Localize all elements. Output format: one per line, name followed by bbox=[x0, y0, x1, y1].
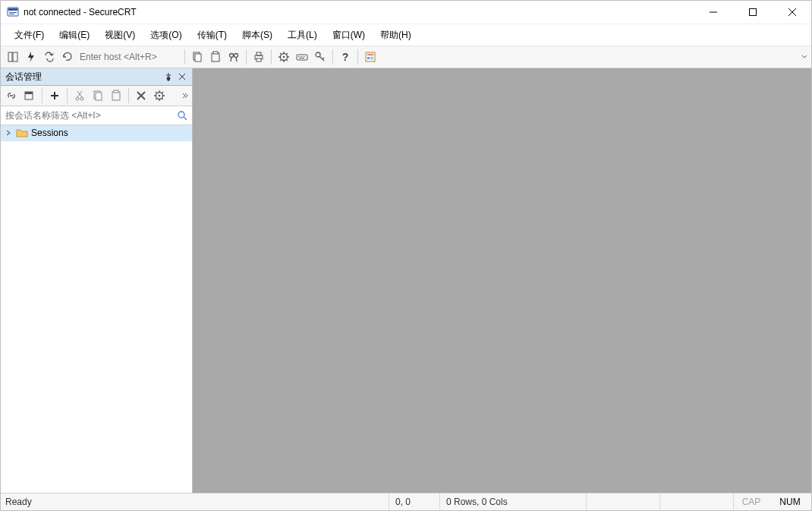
svg-rect-60 bbox=[114, 90, 118, 93]
svg-rect-36 bbox=[304, 56, 305, 57]
svg-line-29 bbox=[287, 53, 288, 55]
keyboard-icon[interactable] bbox=[293, 48, 311, 66]
chevron-right-icon[interactable] bbox=[5, 130, 13, 136]
svg-rect-35 bbox=[303, 56, 304, 57]
status-empty bbox=[660, 494, 734, 510]
status-cap-indicator: CAP bbox=[734, 494, 769, 510]
gear-icon[interactable] bbox=[275, 48, 293, 66]
menu-file[interactable]: 文件(F) bbox=[7, 27, 52, 44]
reconnect-icon[interactable] bbox=[58, 48, 77, 66]
session-toolbar bbox=[1, 86, 192, 106]
session-panel-title: 会话管理 bbox=[5, 71, 162, 84]
folder-icon bbox=[16, 127, 28, 139]
separator bbox=[42, 88, 42, 103]
terminal-area[interactable] bbox=[193, 68, 811, 493]
svg-line-72 bbox=[156, 99, 157, 100]
status-cursor-pos: 0, 0 bbox=[389, 494, 440, 510]
close-button[interactable] bbox=[775, 1, 810, 24]
menubar: 文件(F) 编辑(E) 视图(V) 选项(O) 传输(T) 脚本(S) 工具(L… bbox=[1, 24, 811, 46]
menu-view[interactable]: 视图(V) bbox=[97, 27, 143, 44]
app-window: not connected - SecureCRT 文件(F) 编辑(E) 视图… bbox=[0, 0, 812, 511]
app-launch-icon[interactable] bbox=[361, 48, 379, 66]
svg-rect-37 bbox=[299, 58, 304, 58]
cut-icon[interactable] bbox=[71, 87, 89, 105]
svg-text:?: ? bbox=[342, 51, 349, 63]
print-icon[interactable] bbox=[250, 48, 268, 66]
svg-point-73 bbox=[178, 112, 184, 118]
svg-rect-58 bbox=[96, 93, 102, 100]
quick-connect-icon[interactable] bbox=[22, 48, 40, 66]
panel-close-icon[interactable] bbox=[175, 70, 189, 84]
host-input[interactable] bbox=[77, 49, 181, 65]
svg-rect-13 bbox=[213, 52, 218, 54]
new-session-icon[interactable] bbox=[20, 87, 39, 105]
pin-icon[interactable] bbox=[162, 70, 175, 84]
properties-icon[interactable] bbox=[150, 87, 168, 105]
statusbar: Ready 0, 0 0 Rows, 0 Cols CAP NUM bbox=[1, 493, 811, 510]
svg-rect-5 bbox=[750, 9, 757, 16]
minimize-button[interactable] bbox=[696, 1, 731, 24]
svg-rect-50 bbox=[25, 92, 33, 94]
svg-rect-12 bbox=[212, 53, 219, 62]
session-filter-input[interactable] bbox=[4, 107, 175, 124]
connect-tab-icon[interactable] bbox=[40, 48, 58, 66]
svg-rect-1 bbox=[8, 8, 17, 11]
key-icon[interactable] bbox=[311, 48, 329, 66]
svg-rect-2 bbox=[9, 12, 17, 13]
help-icon[interactable]: ? bbox=[336, 48, 354, 66]
menu-edit[interactable]: 编辑(E) bbox=[52, 27, 97, 44]
menu-window[interactable]: 窗口(W) bbox=[325, 27, 373, 44]
svg-line-30 bbox=[280, 60, 282, 62]
svg-rect-32 bbox=[298, 56, 299, 57]
menu-script[interactable]: 脚本(S) bbox=[234, 27, 280, 44]
maximize-button[interactable] bbox=[735, 1, 770, 24]
main-body: 会话管理 bbox=[1, 68, 811, 493]
menu-options[interactable]: 选项(O) bbox=[143, 27, 189, 44]
svg-line-17 bbox=[236, 58, 237, 62]
paste-icon[interactable] bbox=[107, 87, 125, 105]
delete-icon[interactable] bbox=[132, 87, 150, 105]
svg-rect-19 bbox=[257, 52, 261, 55]
filter-row bbox=[1, 106, 192, 125]
svg-rect-46 bbox=[370, 58, 373, 59]
svg-rect-20 bbox=[257, 58, 261, 62]
svg-point-64 bbox=[159, 95, 161, 97]
app-icon bbox=[7, 6, 19, 18]
session-manager-panel: 会话管理 bbox=[1, 68, 193, 493]
session-tree[interactable]: Sessions bbox=[1, 125, 192, 493]
svg-rect-59 bbox=[112, 92, 120, 100]
separator bbox=[184, 49, 185, 65]
svg-point-54 bbox=[80, 97, 83, 100]
separator bbox=[246, 49, 247, 65]
svg-line-69 bbox=[156, 92, 157, 93]
side-overflow-icon[interactable] bbox=[180, 87, 190, 105]
svg-rect-45 bbox=[370, 57, 373, 58]
search-icon[interactable] bbox=[175, 109, 189, 122]
svg-rect-8 bbox=[8, 52, 12, 62]
paste-icon[interactable] bbox=[206, 48, 225, 66]
svg-line-28 bbox=[287, 60, 288, 62]
titlebar: not connected - SecureCRT bbox=[1, 1, 811, 24]
tree-root-label: Sessions bbox=[31, 128, 68, 138]
svg-line-74 bbox=[184, 117, 187, 120]
svg-line-70 bbox=[162, 99, 164, 100]
link-icon[interactable] bbox=[2, 87, 20, 105]
session-manager-icon[interactable] bbox=[4, 48, 22, 66]
menu-help[interactable]: 帮助(H) bbox=[373, 27, 419, 44]
find-icon[interactable] bbox=[225, 48, 243, 66]
status-ready: Ready bbox=[1, 494, 389, 510]
status-rows-cols: 0 Rows, 0 Cols bbox=[440, 494, 587, 510]
copy-icon[interactable] bbox=[188, 48, 206, 66]
copy-icon[interactable] bbox=[89, 87, 107, 105]
svg-line-71 bbox=[162, 92, 164, 93]
toolbar-overflow-icon[interactable] bbox=[801, 48, 808, 66]
plus-icon[interactable] bbox=[46, 87, 64, 105]
svg-rect-33 bbox=[300, 56, 301, 57]
menu-tools[interactable]: 工具(L) bbox=[280, 27, 325, 44]
svg-rect-34 bbox=[301, 56, 302, 57]
svg-rect-43 bbox=[367, 54, 373, 55]
menu-transfer[interactable]: 传输(T) bbox=[190, 27, 234, 44]
tree-root-item[interactable]: Sessions bbox=[1, 125, 192, 141]
svg-point-53 bbox=[76, 97, 79, 100]
separator bbox=[332, 49, 333, 65]
